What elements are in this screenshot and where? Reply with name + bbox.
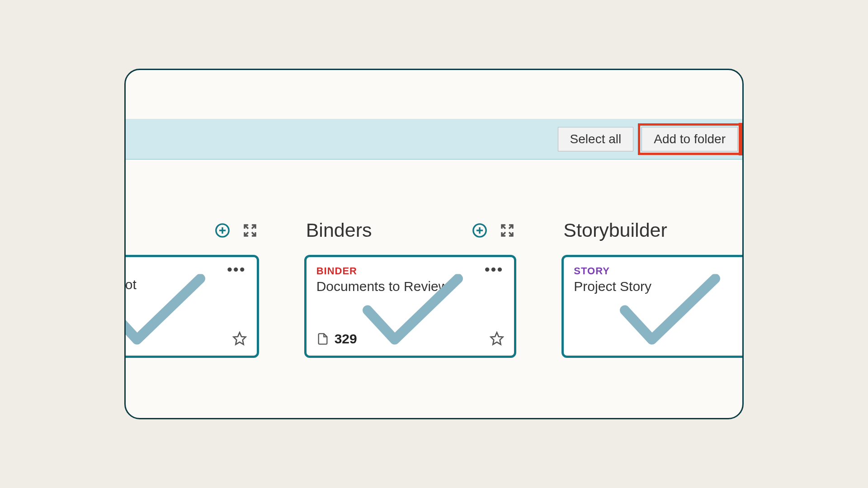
add-to-folder-button[interactable]: Add to folder [642, 127, 738, 151]
favorite-star-icon[interactable] [490, 331, 504, 347]
select-all-button[interactable]: Select all [558, 127, 634, 151]
column-header: es [124, 219, 259, 241]
card-title: Project Story [574, 279, 744, 294]
card-title: Documents to Review [316, 279, 505, 294]
column-searches: es nts rated Hot ••• [124, 219, 259, 358]
expand-icon[interactable] [243, 223, 257, 238]
column-header: Storybuilder [561, 219, 744, 241]
svg-marker-7 [233, 333, 245, 345]
card-count: 329 [316, 331, 357, 347]
card-tag: BINDER [316, 265, 505, 277]
selection-toolbar: Select all Add to folder [126, 119, 742, 160]
column-storybuilder: Storybuilder STORY Project Story [561, 219, 744, 358]
expand-icon[interactable] [500, 223, 514, 238]
story-card[interactable]: STORY Project Story [561, 255, 744, 358]
app-window: Select all Add to folder es nts rated Ho… [124, 69, 744, 419]
binder-card[interactable]: BINDER Documents to Review ••• 329 [304, 255, 517, 358]
column-actions [215, 223, 257, 238]
column-actions [472, 223, 514, 238]
card-menu-icon[interactable]: ••• [485, 267, 504, 272]
column-header: Binders [304, 219, 517, 241]
card-title: nts rated Hot [124, 277, 247, 292]
add-icon[interactable] [215, 223, 230, 238]
document-icon [316, 333, 329, 345]
add-icon[interactable] [472, 223, 487, 238]
card-count-value: 329 [335, 331, 357, 347]
column-title: Storybuilder [563, 219, 667, 241]
columns-row: es nts rated Hot ••• [124, 219, 744, 358]
column-binders: Binders BINDER Documents to Review ••• [304, 219, 517, 358]
card-tag: STORY [574, 265, 744, 277]
card-menu-icon[interactable]: ••• [227, 267, 246, 272]
search-card[interactable]: nts rated Hot ••• [124, 255, 259, 358]
highlight-clipped-edge [739, 123, 742, 155]
favorite-star-icon[interactable] [232, 331, 247, 347]
svg-marker-15 [491, 333, 503, 345]
column-title: Binders [306, 219, 372, 241]
